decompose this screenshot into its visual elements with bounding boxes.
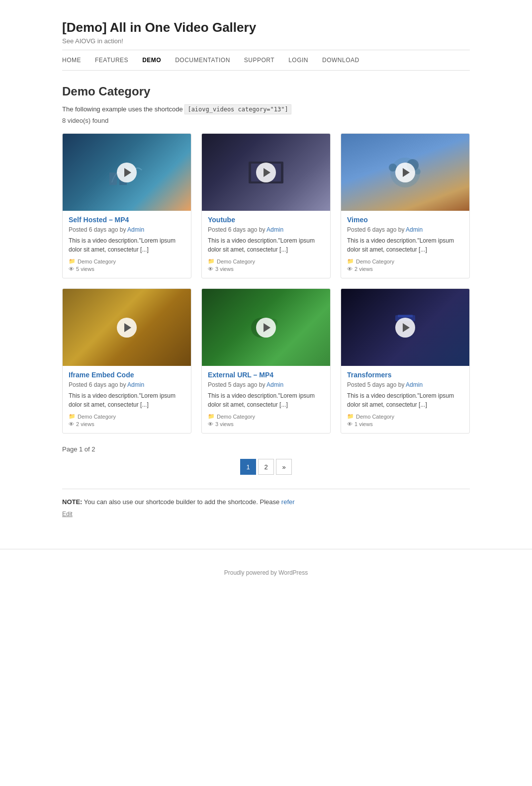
note-text: NOTE: You can also use our shortcode bui…	[62, 498, 470, 506]
video-category: 📁 Demo Category	[208, 413, 324, 420]
site-footer: Proudly powered by WordPress	[0, 549, 532, 586]
video-card: Vimeo Posted 6 days ago by Admin This is…	[341, 133, 470, 278]
site-title: [Demo] All in One Video Gallery	[62, 20, 470, 35]
video-views: 👁 3 views	[208, 421, 324, 427]
video-thumbnail[interactable]	[341, 134, 469, 211]
folder-icon: 📁	[69, 413, 76, 420]
author-link[interactable]: Admin	[266, 381, 283, 388]
pagination-info: Page 1 of 2	[62, 445, 470, 453]
video-title[interactable]: Transformers	[347, 371, 463, 379]
video-description: This is a video description."Lorem ipsum…	[208, 236, 324, 254]
play-button[interactable]	[395, 318, 415, 338]
nav-item-features[interactable]: FEATURES	[95, 57, 128, 64]
edit-link[interactable]: Edit	[62, 511, 73, 518]
nav-item-support[interactable]: SUPPORT	[244, 57, 274, 64]
footer-link[interactable]: Proudly powered by WordPress	[224, 569, 308, 576]
play-button[interactable]	[117, 163, 137, 182]
video-meta: Posted 6 days ago by Admin	[69, 226, 185, 233]
note-refer-link[interactable]: refer	[281, 498, 295, 506]
video-thumbnail[interactable]	[341, 289, 469, 366]
video-meta: Posted 5 days ago by Admin	[347, 381, 463, 388]
author-link[interactable]: Admin	[406, 381, 423, 388]
eye-icon: 👁	[208, 266, 213, 272]
category-label: Demo Category	[217, 259, 255, 264]
video-grid: Self Hosted – MP4 Posted 6 days ago by A…	[62, 133, 470, 434]
nav-item-login[interactable]: LOGIN	[288, 57, 308, 64]
video-title[interactable]: Vimeo	[347, 216, 463, 224]
video-category: 📁 Demo Category	[347, 258, 463, 264]
video-count: 8 video(s) found	[62, 117, 470, 124]
eye-icon: 👁	[208, 421, 213, 427]
video-category: 📁 Demo Category	[347, 413, 463, 420]
folder-icon: 📁	[347, 413, 354, 420]
video-meta: Posted 6 days ago by Admin	[69, 381, 185, 388]
video-description: This is a video description."Lorem ipsum…	[69, 391, 185, 409]
play-button[interactable]	[117, 318, 137, 338]
video-description: This is a video description."Lorem ipsum…	[347, 236, 463, 254]
svg-point-11	[415, 169, 421, 175]
category-label: Demo Category	[78, 259, 116, 264]
video-title[interactable]: External URL – MP4	[208, 371, 324, 379]
video-title[interactable]: Iframe Embed Code	[69, 371, 185, 379]
page-button-»[interactable]: »	[276, 459, 292, 475]
eye-icon: 👁	[69, 421, 74, 427]
video-views: 👁 2 views	[69, 421, 185, 427]
site-header: [Demo] All in One Video Gallery See AIOV…	[62, 10, 470, 50]
author-link[interactable]: Admin	[266, 226, 283, 233]
nav-item-home[interactable]: HOME	[62, 57, 81, 64]
shortcode-code: [aiovg_videos category="13"]	[184, 104, 291, 114]
play-button[interactable]	[256, 318, 276, 338]
video-description: This is a video description."Lorem ipsum…	[69, 236, 185, 254]
folder-icon: 📁	[347, 258, 354, 264]
page-button-2[interactable]: 2	[258, 459, 274, 475]
video-category: 📁 Demo Category	[69, 413, 185, 420]
views-count: 1 views	[355, 421, 373, 427]
views-count: 5 views	[76, 266, 94, 272]
video-card: External URL – MP4 Posted 5 days ago by …	[201, 288, 331, 434]
author-link[interactable]: Admin	[127, 226, 144, 233]
video-thumbnail[interactable]	[202, 289, 330, 366]
video-thumbnail[interactable]	[63, 134, 191, 211]
video-meta: Posted 6 days ago by Admin	[347, 226, 463, 233]
views-count: 3 views	[215, 266, 234, 272]
video-category: 📁 Demo Category	[69, 258, 185, 264]
folder-icon: 📁	[208, 413, 215, 420]
video-meta: Posted 5 days ago by Admin	[208, 381, 324, 388]
video-info: Iframe Embed Code Posted 6 days ago by A…	[63, 366, 191, 433]
page-button-1[interactable]: 1	[240, 459, 256, 475]
video-title[interactable]: Youtube	[208, 216, 324, 224]
nav-item-download[interactable]: DOWNLOAD	[322, 57, 359, 64]
play-button[interactable]	[256, 163, 276, 182]
eye-icon: 👁	[347, 266, 353, 272]
folder-icon: 📁	[208, 258, 215, 264]
video-info: Vimeo Posted 6 days ago by Admin This is…	[341, 211, 469, 278]
main-content: Demo Category The following example uses…	[62, 71, 470, 539]
video-card: Transformers Posted 5 days ago by Admin …	[341, 288, 470, 434]
note-section: NOTE: You can also use our shortcode bui…	[62, 489, 470, 518]
views-count: 3 views	[215, 421, 234, 427]
views-count: 2 views	[76, 421, 94, 427]
video-category: 📁 Demo Category	[208, 258, 324, 264]
category-label: Demo Category	[356, 414, 394, 420]
video-title[interactable]: Self Hosted – MP4	[69, 216, 185, 224]
pagination: 12»	[62, 459, 470, 475]
nav-item-demo[interactable]: DEMO	[142, 57, 161, 64]
eye-icon: 👁	[69, 266, 74, 272]
play-button[interactable]	[395, 163, 415, 182]
video-description: This is a video description."Lorem ipsum…	[347, 391, 463, 409]
note-label: NOTE:	[62, 498, 82, 506]
note-body: You can also use our shortcode builder t…	[84, 498, 281, 506]
video-views: 👁 5 views	[69, 266, 185, 272]
author-link[interactable]: Admin	[127, 381, 144, 388]
folder-icon: 📁	[69, 258, 76, 264]
eye-icon: 👁	[347, 421, 353, 427]
video-thumbnail[interactable]	[202, 134, 330, 211]
shortcode-description: The following example uses the shortcode…	[62, 105, 470, 113]
video-views: 👁 1 views	[347, 421, 463, 427]
video-thumbnail[interactable]	[63, 289, 191, 366]
author-link[interactable]: Admin	[406, 226, 423, 233]
main-nav: HOMEFEATURESDEMODOCUMENTATIONSUPPORTLOGI…	[62, 50, 470, 71]
video-description: This is a video description."Lorem ipsum…	[208, 391, 324, 409]
nav-item-documentation[interactable]: DOCUMENTATION	[175, 57, 230, 64]
page-heading: Demo Category	[62, 85, 470, 98]
